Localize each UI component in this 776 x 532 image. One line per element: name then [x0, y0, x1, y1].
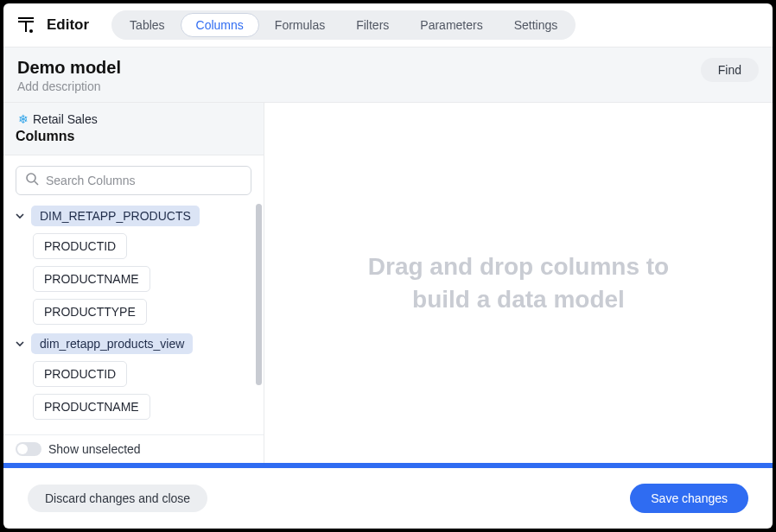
column-pill[interactable]: PRODUCTTYPE [33, 299, 147, 325]
find-button[interactable]: Find [701, 58, 759, 82]
column-pill[interactable]: PRODUCTID [33, 233, 127, 259]
save-changes-button[interactable]: Save changes [630, 484, 748, 513]
top-nav: Editor Tables Columns Formulas Filters P… [3, 3, 773, 48]
columns-tree[interactable]: DIM_RETAPP_PRODUCTS PRODUCTID PRODUCTNAM… [3, 199, 264, 434]
table-name-pill[interactable]: DIM_RETAPP_PRODUCTS [31, 206, 200, 226]
tab-filters[interactable]: Filters [340, 13, 404, 37]
show-unselected-label: Show unselected [48, 442, 141, 456]
model-description-placeholder[interactable]: Add description [17, 79, 121, 93]
search-icon [25, 172, 39, 189]
show-unselected-toggle[interactable] [16, 442, 41, 456]
tab-settings[interactable]: Settings [499, 13, 574, 37]
chevron-down-icon [14, 338, 26, 350]
footer-bar: Discard changes and close Save changes [3, 468, 773, 529]
tab-columns[interactable]: Columns [181, 13, 259, 37]
page-title: Editor [47, 16, 89, 34]
column-list: PRODUCTID PRODUCTNAME [33, 361, 255, 420]
sidebar-header: ❄ Retail Sales Columns [3, 103, 264, 155]
nav-tabs: Tables Columns Formulas Filters Paramete… [111, 10, 576, 40]
table-group: DIM_RETAPP_PRODUCTS PRODUCTID PRODUCTNAM… [14, 206, 255, 325]
search-columns-input[interactable] [46, 174, 242, 187]
chevron-down-icon [14, 210, 26, 222]
svg-point-4 [27, 174, 35, 182]
sidebar-footer: Show unselected [3, 434, 264, 463]
tab-formulas[interactable]: Formulas [259, 13, 340, 37]
sidebar: ❄ Retail Sales Columns [3, 103, 264, 463]
drop-canvas[interactable]: Drag and drop columns to build a data mo… [264, 103, 773, 463]
table-toggle-row[interactable]: dim_retapp_products_view [14, 333, 255, 354]
app-logo-icon [16, 15, 36, 35]
data-source-row: ❄ Retail Sales [16, 111, 251, 127]
table-name-pill[interactable]: dim_retapp_products_view [31, 333, 193, 354]
sidebar-section-title: Columns [16, 129, 251, 144]
table-toggle-row[interactable]: DIM_RETAPP_PRODUCTS [14, 206, 255, 226]
tree-scrollbar[interactable] [256, 204, 262, 385]
discard-changes-button[interactable]: Discard changes and close [28, 484, 207, 512]
main: ❄ Retail Sales Columns [3, 103, 773, 463]
column-pill[interactable]: PRODUCTID [33, 361, 127, 387]
svg-line-5 [35, 181, 38, 185]
model-header-text: Demo model Add description [17, 58, 121, 93]
column-list: PRODUCTID PRODUCTNAME PRODUCTTYPE [33, 233, 255, 325]
placeholder-line-2: build a data model [412, 286, 625, 313]
model-title[interactable]: Demo model [17, 58, 121, 78]
data-source-name: Retail Sales [33, 112, 98, 126]
model-header: Demo model Add description Find [3, 48, 773, 103]
snowflake-icon: ❄ [16, 111, 31, 127]
placeholder-line-1: Drag and drop columns to [368, 253, 669, 280]
search-columns-field[interactable] [16, 166, 251, 195]
column-pill[interactable]: PRODUCTNAME [33, 394, 150, 420]
search-wrap [3, 155, 264, 199]
svg-point-3 [29, 29, 33, 33]
canvas-placeholder: Drag and drop columns to build a data mo… [368, 250, 669, 316]
column-pill[interactable]: PRODUCTNAME [33, 266, 150, 292]
editor-frame: Editor Tables Columns Formulas Filters P… [3, 3, 773, 529]
tab-tables[interactable]: Tables [114, 13, 180, 37]
table-group: dim_retapp_products_view PRODUCTID PRODU… [14, 333, 255, 420]
tab-parameters[interactable]: Parameters [404, 13, 498, 37]
